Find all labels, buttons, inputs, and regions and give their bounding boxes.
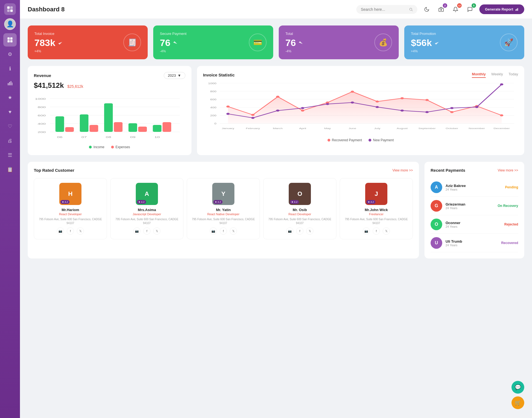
stat-label-total: Total — [285, 32, 303, 36]
legend-income: Income — [89, 145, 104, 149]
line-chart-svg: 1000 800 600 400 200 0 — [203, 81, 518, 136]
facebook-icon-3[interactable]: f — [296, 227, 303, 235]
svg-point-58 — [251, 114, 254, 116]
customers-view-more[interactable]: View more >> — [392, 168, 413, 172]
customer-avatar-2: Y ★ 4.2 — [212, 183, 234, 205]
stat-label-payment: Secure Payment — [160, 32, 186, 36]
svg-rect-1 — [10, 6, 13, 9]
svg-rect-0 — [7, 6, 10, 9]
user-avatar[interactable]: 👤 — [4, 18, 16, 30]
generate-report-button[interactable]: Generate Report — [479, 4, 524, 14]
facebook-icon-1[interactable]: f — [143, 227, 150, 235]
sidebar-item-favorites[interactable]: ★ — [3, 91, 17, 104]
svg-point-65 — [425, 99, 429, 101]
svg-rect-32 — [89, 125, 98, 132]
sidebar-item-reports[interactable]: 📋 — [3, 163, 17, 176]
twitter-icon-4[interactable]: 𝕏 — [383, 227, 390, 235]
svg-rect-4 — [7, 37, 10, 40]
wallet-btn[interactable]: 2 — [436, 4, 446, 14]
customer-role-2: React Native Developer — [189, 212, 257, 216]
payment-status-2: Rejected — [504, 222, 518, 226]
customer-name-4: Mr.John Wick — [342, 208, 410, 212]
svg-point-63 — [375, 101, 379, 102]
tab-weekly[interactable]: Weekly — [491, 72, 503, 78]
payment-name-2: Oconner — [446, 221, 501, 225]
instagram-icon-2[interactable]: 📷 — [210, 227, 217, 235]
customer-socials-0: 📷 f 𝕏 — [36, 227, 104, 235]
customer-item-1: A ★ 4.2 Mrs.Asima Javascript Developer 7… — [110, 178, 183, 239]
sidebar-item-menu[interactable]: ☰ — [3, 148, 17, 162]
svg-rect-30 — [65, 127, 74, 132]
twitter-icon-3[interactable]: 𝕏 — [306, 227, 313, 235]
search-box[interactable] — [356, 5, 417, 14]
svg-point-70 — [251, 117, 254, 119]
sidebar-item-analytics[interactable] — [3, 76, 17, 90]
bottom-row: Top Rated Customer View more >> H ★ 4.2 … — [28, 162, 524, 258]
invoice-chart-card: Invoice Statistic Monthly Weekly Today — [197, 66, 524, 155]
support-floating-btn[interactable]: 💬 — [511, 381, 524, 394]
svg-rect-17 — [516, 9, 517, 11]
bell-btn[interactable]: 12 — [451, 4, 461, 14]
sidebar-item-settings[interactable]: ⚙ — [3, 48, 17, 61]
chat-btn[interactable]: 5 — [465, 4, 475, 14]
facebook-icon-4[interactable]: f — [373, 227, 380, 235]
customer-item-4: J ★ 4.2 Mr.John Wick Freelancer 795 Fols… — [340, 178, 413, 239]
payment-item-1: G Griezerman 24 Years On Recovery — [431, 197, 518, 215]
customer-socials-1: 📷 f 𝕏 — [113, 227, 181, 235]
revenue-current-value: $41,512k — [34, 81, 64, 89]
instagram-icon-0[interactable]: 📷 — [57, 227, 64, 235]
payment-status-1: On Recovery — [498, 204, 518, 208]
svg-text:January: January — [222, 127, 234, 129]
svg-rect-8 — [8, 83, 9, 85]
cart-floating-btn[interactable]: 🛒 — [511, 396, 524, 409]
svg-point-80 — [500, 83, 503, 85]
svg-text:07: 07 — [81, 136, 87, 139]
facebook-icon-0[interactable]: f — [67, 227, 74, 235]
chevron-down-icon: ▼ — [178, 73, 181, 78]
instagram-icon-1[interactable]: 📷 — [133, 227, 140, 235]
svg-point-73 — [326, 103, 329, 105]
twitter-icon-2[interactable]: 𝕏 — [230, 227, 237, 235]
sidebar-item-print[interactable]: 🖨 — [3, 134, 17, 147]
search-icon — [409, 7, 413, 12]
bar-chart-area: 1000 800 600 400 200 — [34, 93, 185, 143]
search-input[interactable] — [361, 7, 407, 12]
payment-name-3: Uli Trumb — [446, 239, 498, 243]
revenue-prev-value: $25,612k — [67, 84, 83, 89]
app-logo[interactable] — [4, 3, 16, 15]
line-chart-area: 1000 800 600 400 200 0 — [203, 81, 518, 136]
twitter-icon-0[interactable]: 𝕏 — [77, 227, 84, 235]
twitter-icon-1[interactable]: 𝕏 — [153, 227, 160, 235]
tab-monthly[interactable]: Monthly — [472, 72, 486, 78]
tab-today[interactable]: Today — [508, 72, 518, 78]
svg-text:July: July — [374, 127, 380, 129]
instagram-icon-4[interactable]: 📷 — [363, 227, 370, 235]
facebook-icon-2[interactable]: f — [220, 227, 227, 235]
sidebar-item-liked[interactable]: ♥ — [3, 105, 17, 119]
payment-avatar-0: A — [431, 181, 442, 193]
stat-change-invoice: +4% — [34, 49, 63, 53]
svg-point-66 — [450, 111, 454, 113]
sidebar-item-info[interactable]: ℹ — [3, 62, 17, 75]
customer-addr-4: 795 Folsom Ave, Suite 600 San Francisco,… — [342, 217, 410, 225]
payment-status-3: Recovered — [501, 241, 518, 245]
year-selector[interactable]: 2023 ▼ — [164, 72, 185, 79]
svg-rect-18 — [517, 8, 518, 11]
header-icons: 2 12 5 — [436, 4, 475, 14]
svg-rect-33 — [104, 103, 113, 132]
payment-age-1: 24 Years — [446, 206, 494, 210]
sidebar-item-dashboard[interactable] — [3, 33, 17, 47]
instagram-icon-3[interactable]: 📷 — [286, 227, 293, 235]
sidebar-item-wishlist[interactable]: ♡ — [3, 120, 17, 133]
svg-rect-11 — [12, 83, 12, 85]
floating-buttons: 💬 🛒 — [511, 381, 524, 409]
svg-text:August: August — [397, 127, 408, 129]
charts-row: Revenue 2023 ▼ $41,512k $25,612k — [28, 66, 524, 155]
customer-name-1: Mrs.Asima — [113, 208, 181, 212]
payments-view-more[interactable]: View more >> — [498, 168, 518, 172]
payment-age-0: 24 Years — [446, 188, 502, 191]
bell-badge: 12 — [457, 3, 462, 8]
svg-point-60 — [301, 110, 304, 112]
theme-toggle-btn[interactable] — [422, 4, 432, 14]
customer-role-0: React Developer — [36, 212, 104, 216]
